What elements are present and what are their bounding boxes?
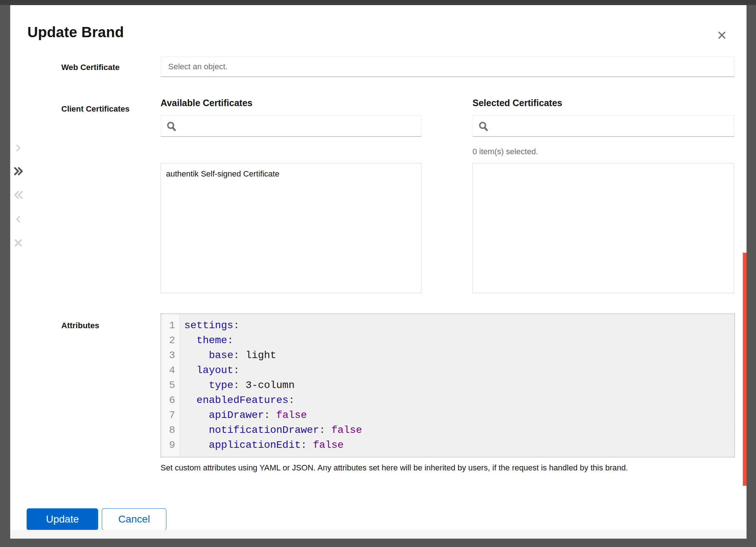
selected-certificates-heading: Selected Certificates <box>472 98 562 108</box>
move-selected-left-button[interactable] <box>10 212 26 228</box>
code-line: 5 type: 3-column <box>161 378 734 393</box>
angle-double-right-icon <box>13 166 24 178</box>
available-certificates-heading: Available Certificates <box>161 98 252 108</box>
selected-count-status: 0 item(s) selected. <box>472 147 538 156</box>
search-icon <box>478 121 489 132</box>
certificate-list-item[interactable]: authentik Self-signed Certificate <box>161 166 421 182</box>
modal-title: Update Brand <box>27 24 124 40</box>
angle-left-icon <box>14 215 23 225</box>
code-editor-content: 1settings:2 theme:3 base: light4 layout:… <box>161 314 734 453</box>
code-line: 7 apiDrawer: false <box>161 408 734 423</box>
attributes-help-text: Set custom attributes using YAML or JSON… <box>161 463 737 473</box>
available-certificates-search-input[interactable] <box>177 116 421 136</box>
modal-bottom-strip <box>10 530 747 539</box>
selected-certificates-search <box>472 115 734 137</box>
available-certificates-list: authentik Self-signed Certificate <box>161 163 421 293</box>
available-certificates-search <box>161 115 421 137</box>
update-button[interactable]: Update <box>27 508 98 530</box>
code-line-number: 8 <box>161 423 180 438</box>
code-line: 6 enabledFeatures: <box>161 393 734 408</box>
code-line: 4 layout: <box>161 363 734 378</box>
code-line-number: 4 <box>161 363 180 378</box>
times-icon <box>13 238 23 249</box>
move-selected-right-button[interactable] <box>10 140 26 156</box>
update-brand-modal: Update Brand Web Certificate Client Cert… <box>10 5 747 539</box>
move-all-left-button[interactable] <box>10 187 26 203</box>
backdrop-top-band <box>0 0 756 5</box>
close-icon <box>717 30 727 41</box>
code-line: 2 theme: <box>161 333 734 348</box>
web-certificate-label: Web Certificate <box>61 63 120 72</box>
code-line-number: 1 <box>161 318 180 333</box>
code-line: 9 applicationEdit: false <box>161 438 734 453</box>
selected-certificates-list <box>472 163 734 293</box>
angle-right-icon <box>14 144 23 154</box>
angle-double-left-icon <box>13 189 24 202</box>
code-line-number: 9 <box>161 438 180 453</box>
close-button[interactable] <box>713 27 730 44</box>
search-icon <box>166 121 177 132</box>
code-line-number: 6 <box>161 393 180 408</box>
client-certificates-label: Client Certificates <box>61 104 130 114</box>
attributes-label: Attributes <box>61 321 99 330</box>
code-line-number: 3 <box>161 348 180 363</box>
code-line: 8 notificationDrawer: false <box>161 423 734 438</box>
attributes-code-editor[interactable]: 1settings:2 theme:3 base: light4 layout:… <box>161 314 735 457</box>
move-all-right-button[interactable] <box>10 164 26 180</box>
code-line: 1settings: <box>161 318 734 333</box>
code-line-number: 5 <box>161 378 180 393</box>
clear-selection-button[interactable] <box>10 235 26 251</box>
code-line-number: 7 <box>161 408 180 423</box>
code-line: 3 base: light <box>161 348 734 363</box>
modal-scrollbar-thumb[interactable] <box>743 253 747 486</box>
web-certificate-select[interactable] <box>161 57 734 77</box>
code-line-number: 2 <box>161 333 180 348</box>
cancel-button[interactable]: Cancel <box>102 508 166 530</box>
selected-certificates-search-input[interactable] <box>489 116 734 136</box>
